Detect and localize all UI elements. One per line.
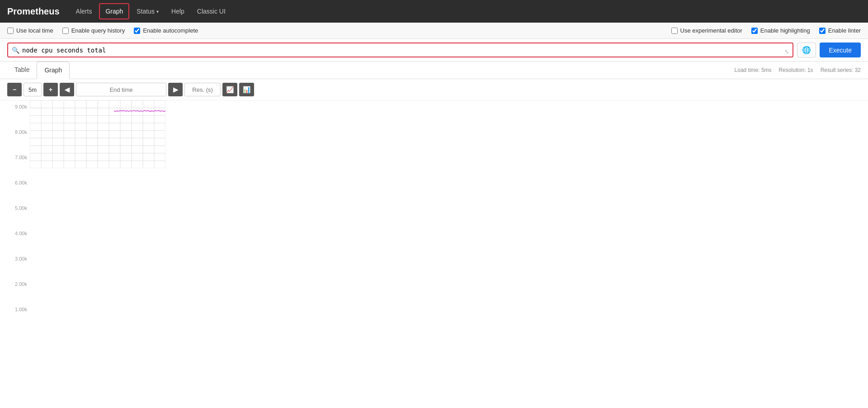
tab-table[interactable]: Table <box>7 62 37 79</box>
line-chart-button[interactable]: 📈 <box>222 83 237 96</box>
tab-graph[interactable]: Graph <box>37 62 70 79</box>
search-icon: 🔍 <box>12 47 19 54</box>
chart-svg <box>30 100 165 168</box>
chevron-down-icon: ▾ <box>156 9 159 14</box>
use-local-time-checkbox[interactable] <box>7 28 14 34</box>
enable-linter-checkbox[interactable] <box>819 28 826 34</box>
end-time-input[interactable] <box>76 83 166 96</box>
enable-query-history-checkbox[interactable] <box>62 28 69 34</box>
use-experimental-editor-item[interactable]: Use experimental editor <box>671 27 742 34</box>
y-label-1: 1.00k <box>7 307 30 312</box>
navbar: Prometheus Alerts Graph Status ▾ Help Cl… <box>0 0 868 23</box>
y-label-3: 3.00k <box>7 256 30 261</box>
enable-highlighting-item[interactable]: Enable highlighting <box>751 27 810 34</box>
enable-autocomplete-checkbox[interactable] <box>134 28 140 34</box>
toolbar: Use local time Enable query history Enab… <box>0 23 868 39</box>
brand: Prometheus <box>7 6 60 17</box>
chart-area: 1.00k 2.00k 3.00k 4.00k 5.00k 6.00k 7.00… <box>0 100 868 336</box>
bar-chart-button[interactable]: 📊 <box>239 83 254 96</box>
duration-label: 5m <box>24 83 42 96</box>
use-experimental-editor-label: Use experimental editor <box>680 27 742 34</box>
y-label-6: 6.00k <box>7 180 30 185</box>
y-label-9: 9.00k <box>7 104 30 109</box>
y-label-2: 2.00k <box>7 281 30 287</box>
nav-links: Alerts Graph Status ▾ Help Classic UI <box>71 3 231 19</box>
use-local-time-label: Use local time <box>16 27 53 34</box>
use-experimental-editor-checkbox[interactable] <box>671 28 678 34</box>
graph-controls: − 5m + ◀ ▶ 📈 📊 <box>0 79 868 100</box>
next-time-button[interactable]: ▶ <box>168 83 183 96</box>
y-label-5: 5.00k <box>7 205 30 211</box>
zoom-in-button[interactable]: + <box>43 83 58 96</box>
enable-query-history-label: Enable query history <box>71 27 125 34</box>
toolbar-right: Use experimental editor Enable highlight… <box>671 27 861 34</box>
y-axis: 1.00k 2.00k 3.00k 4.00k 5.00k 6.00k 7.00… <box>7 100 30 336</box>
execute-button[interactable]: Execute <box>820 43 861 57</box>
enable-autocomplete-label: Enable autocomplete <box>143 27 198 34</box>
zoom-out-button[interactable]: − <box>7 83 22 96</box>
y-label-8: 8.00k <box>7 129 30 135</box>
use-local-time-item[interactable]: Use local time <box>7 27 53 34</box>
chart-container: 1.00k 2.00k 3.00k 4.00k 5.00k 6.00k 7.00… <box>7 100 861 336</box>
y-label-4: 4.00k <box>7 231 30 236</box>
resolution: Resolution: 1s <box>779 67 813 73</box>
resize-handle-icon: ⤡ <box>784 48 789 55</box>
enable-highlighting-label: Enable highlighting <box>760 27 810 34</box>
enable-query-history-item[interactable]: Enable query history <box>62 27 125 34</box>
globe-button[interactable]: 🌐 <box>797 43 816 57</box>
nav-help[interactable]: Help <box>166 4 190 19</box>
load-time: Load time: 5ms <box>735 67 772 73</box>
prev-time-button[interactable]: ◀ <box>60 83 74 96</box>
query-input[interactable] <box>22 47 784 54</box>
enable-linter-item[interactable]: Enable linter <box>819 27 861 34</box>
nav-alerts[interactable]: Alerts <box>71 4 98 19</box>
res-input[interactable] <box>184 83 221 96</box>
result-series: Result series: 32 <box>821 67 861 73</box>
enable-linter-label: Enable linter <box>828 27 861 34</box>
enable-autocomplete-item[interactable]: Enable autocomplete <box>134 27 198 34</box>
tab-info: Load time: 5ms Resolution: 1s Result ser… <box>735 62 861 78</box>
tabs-row: Table Graph Load time: 5ms Resolution: 1… <box>0 62 868 79</box>
enable-highlighting-checkbox[interactable] <box>751 28 758 34</box>
nav-classic-ui[interactable]: Classic UI <box>192 4 231 19</box>
y-label-7: 7.00k <box>7 155 30 160</box>
search-container: 🔍 ⤡ <box>7 43 793 57</box>
nav-graph[interactable]: Graph <box>99 3 129 19</box>
search-row: 🔍 ⤡ 🌐 Execute <box>0 39 868 62</box>
nav-status[interactable]: Status ▾ <box>131 4 164 19</box>
